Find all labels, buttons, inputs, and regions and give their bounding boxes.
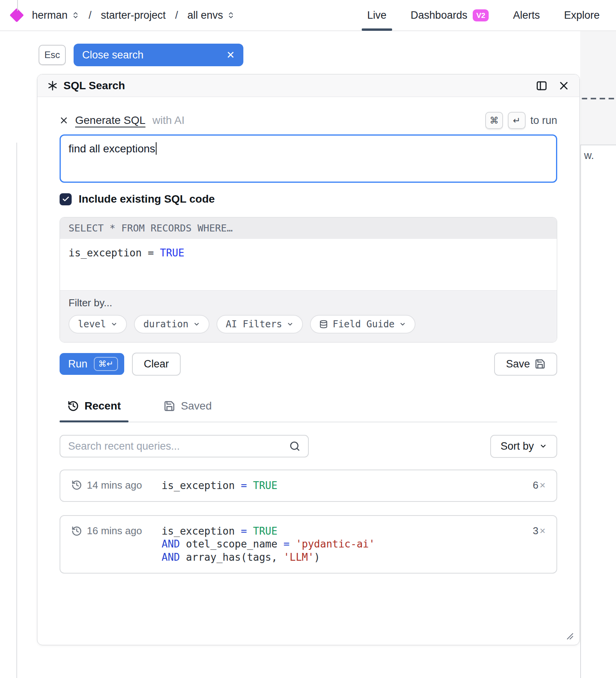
recent-query-item[interactable]: 16 mins ago is_exception = TRUEAND otel_… — [60, 515, 557, 574]
filter-section: Filter by... level duration AI Filters — [60, 290, 557, 342]
logfire-logo-icon[interactable] — [10, 8, 24, 23]
v2-badge: V2 — [473, 9, 489, 21]
query-run-count: 6× — [533, 479, 546, 491]
filter-pill-ai-filters[interactable]: AI Filters — [216, 315, 303, 334]
run-shortcut-hint: ⌘ ↵ to run — [485, 112, 557, 129]
nav-link-live[interactable]: Live — [367, 0, 387, 31]
sort-by-button[interactable]: Sort by — [490, 435, 557, 458]
modal-title: SQL Search — [48, 79, 125, 92]
history-icon — [71, 480, 82, 491]
modal-header: SQL Search — [37, 74, 579, 97]
close-search-button[interactable]: Close search ✕ — [74, 44, 243, 66]
modal-header-actions — [536, 80, 569, 92]
text-caret — [156, 142, 157, 155]
filter-pill-field-guide[interactable]: Field Guide — [310, 315, 415, 334]
query-time: 14 mins ago — [87, 479, 142, 491]
filter-pill-duration[interactable]: duration — [134, 315, 209, 334]
include-sql-checkbox-row[interactable]: Include existing SQL code — [60, 193, 557, 205]
query-tabs: Recent Saved — [60, 400, 557, 422]
sql-search-modal: SQL Search Generate SQL with AI ⌘ ↵ — [37, 74, 580, 645]
recent-query-list: 14 mins ago is_exception = TRUE 6× 16 mi… — [60, 470, 557, 574]
dock-panel-icon[interactable] — [536, 80, 547, 92]
nav-links: Live Dashboards V2 Alerts Explore — [367, 0, 600, 31]
generate-sql-link[interactable]: Generate SQL — [75, 114, 146, 127]
save-button[interactable]: Save — [494, 353, 557, 376]
recent-query-item[interactable]: 14 mins ago is_exception = TRUE 6× — [60, 470, 557, 502]
background-truncated-text: w. — [584, 150, 594, 162]
search-icon — [289, 441, 300, 452]
org-selector[interactable]: herman — [32, 9, 79, 21]
query-run-count: 3× — [533, 525, 546, 537]
filter-pills: level duration AI Filters Field Guide — [69, 315, 548, 334]
clear-button[interactable]: Clear — [132, 353, 181, 376]
env-selector[interactable]: all envs — [187, 9, 235, 21]
filter-by-label: Filter by... — [69, 297, 548, 309]
chevron-down-icon — [193, 321, 200, 328]
history-icon — [67, 400, 79, 412]
chevrons-up-down-icon — [227, 11, 235, 19]
chevrons-up-down-icon — [72, 11, 79, 19]
breadcrumb: herman / starter-project / all envs — [12, 9, 235, 21]
query-code: is_exception = TRUE — [162, 479, 533, 492]
run-shortcut-badge: ⌘↵ — [94, 357, 118, 371]
nav-link-explore[interactable]: Explore — [564, 0, 600, 31]
prompt-text: find all exceptions — [69, 143, 155, 155]
to-run-label: to run — [530, 115, 557, 127]
project-name[interactable]: starter-project — [101, 9, 166, 21]
env-name: all envs — [187, 9, 223, 21]
close-search-bar: Esc Close search ✕ — [39, 44, 616, 66]
sql-editor-header: SELECT * FROM RECORDS WHERE… — [60, 217, 557, 239]
chevron-down-icon — [399, 321, 406, 328]
breadcrumb-separator: / — [175, 9, 178, 21]
chevron-down-icon — [111, 321, 118, 328]
top-navbar: herman / starter-project / all envs Live… — [0, 0, 616, 31]
tab-recent[interactable]: Recent — [60, 400, 128, 422]
ai-prompt-input[interactable]: find all exceptions — [60, 134, 557, 183]
return-key-icon: ↵ — [508, 112, 526, 129]
action-row: Run ⌘↵ Clear Save — [60, 353, 557, 376]
resize-handle[interactable] — [566, 632, 574, 640]
include-sql-label: Include existing SQL code — [79, 193, 215, 205]
tab-saved[interactable]: Saved — [156, 400, 219, 422]
breadcrumb-separator: / — [89, 9, 92, 21]
close-icon: ✕ — [226, 49, 235, 61]
recent-search-row: Sort by — [60, 435, 557, 458]
sql-editor: SELECT * FROM RECORDS WHERE… is_exceptio… — [60, 217, 557, 343]
history-icon — [71, 526, 82, 537]
search-recent-input[interactable] — [68, 440, 278, 452]
esc-key[interactable]: Esc — [39, 45, 66, 65]
chevron-down-icon — [287, 321, 294, 328]
filter-pill-level[interactable]: level — [69, 315, 127, 334]
background-divider — [17, 0, 18, 11]
background-panel-edge — [16, 143, 17, 678]
save-icon — [164, 400, 175, 412]
nav-link-dashboards[interactable]: Dashboards V2 — [411, 0, 489, 31]
with-ai-label: with AI — [153, 114, 185, 127]
org-name: herman — [32, 9, 68, 21]
background-dashed-line — [582, 98, 616, 99]
nav-link-alerts[interactable]: Alerts — [513, 0, 540, 31]
query-time: 16 mins ago — [87, 525, 142, 537]
run-button[interactable]: Run ⌘↵ — [60, 353, 124, 375]
close-modal-icon[interactable] — [558, 80, 569, 91]
cmd-key-icon: ⌘ — [485, 112, 503, 129]
checkbox-checked-icon[interactable] — [60, 193, 72, 205]
dismiss-generate-icon[interactable] — [60, 116, 68, 125]
save-icon — [535, 358, 546, 369]
modal-body: Generate SQL with AI ⌘ ↵ to run find all… — [37, 112, 579, 574]
generate-sql-row: Generate SQL with AI ⌘ ↵ to run — [60, 112, 557, 129]
background-panel — [580, 145, 616, 678]
query-code: is_exception = TRUEAND otel_scope_name =… — [162, 525, 533, 564]
sql-code-area[interactable]: is_exception = TRUE — [60, 239, 557, 290]
chevron-down-icon — [539, 442, 547, 450]
asterisk-icon — [48, 81, 58, 91]
database-icon — [319, 320, 328, 328]
recent-search-box[interactable] — [60, 435, 309, 457]
